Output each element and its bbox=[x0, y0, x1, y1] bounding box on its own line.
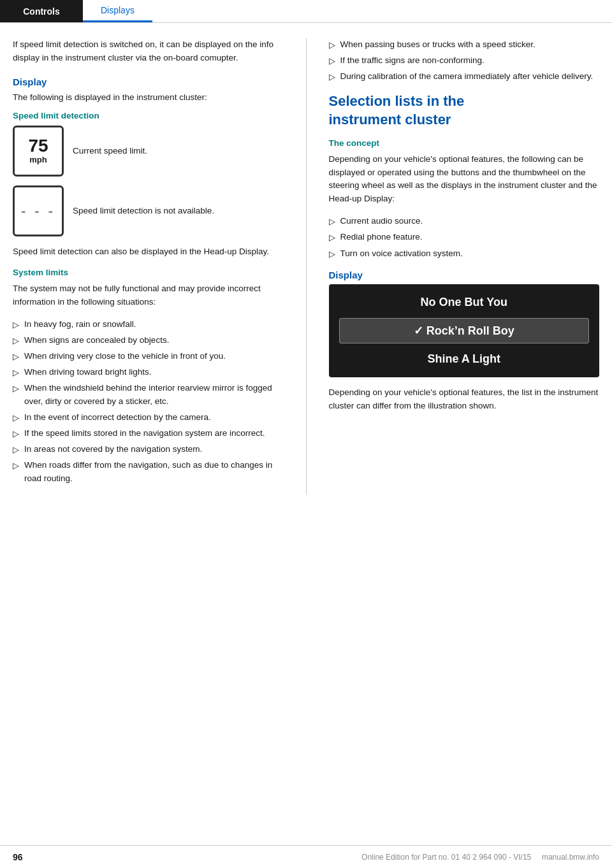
speed-hud-text: Speed limit detection can also be displa… bbox=[13, 245, 284, 259]
bullet-arrow-icon: ▷ bbox=[329, 55, 335, 68]
tab-displays[interactable]: Displays bbox=[83, 0, 152, 22]
list-item: ▷During calibration of the camera immedi… bbox=[329, 70, 600, 83]
speed-box-row-1: 75 mph Current speed limit. bbox=[13, 126, 284, 177]
bullet-arrow-icon: ▷ bbox=[13, 428, 19, 440]
large-section-line2: instrument cluster bbox=[329, 112, 451, 127]
list-item: ▷Turn on voice activation system. bbox=[329, 247, 600, 261]
list-item: ▷When the windshield behind the interior… bbox=[13, 382, 284, 409]
speed-box-75: 75 mph bbox=[13, 126, 64, 177]
speed-box2-desc: Speed limit detection is not available. bbox=[73, 205, 214, 217]
bullet-arrow-icon: ▷ bbox=[329, 215, 335, 228]
display-song-row: Shine A Light bbox=[339, 347, 590, 371]
footer: 96 Online Edition for Part no. 01 40 2 9… bbox=[0, 845, 612, 868]
list-item: ▷When driving very close to the vehicle … bbox=[13, 350, 284, 363]
bullet-arrow-icon: ▷ bbox=[13, 335, 19, 347]
bullet-arrow-icon: ▷ bbox=[329, 248, 335, 261]
bullets-right: ▷When passing buses or trucks with a spe… bbox=[329, 38, 600, 83]
concept-bullets: ▷Current audio source.▷Redial phone feat… bbox=[329, 215, 600, 260]
bullet-arrow-icon: ▷ bbox=[13, 382, 19, 395]
speed-box1-desc: Current speed limit. bbox=[73, 145, 147, 157]
display-song-row: No One But You bbox=[339, 291, 590, 314]
list-item: ▷When driving toward bright lights. bbox=[13, 366, 284, 379]
speed-unit: mph bbox=[29, 155, 47, 164]
vertical-divider bbox=[306, 38, 307, 495]
intro-text: If speed limit detection is switched on,… bbox=[13, 38, 284, 65]
tab-displays-label: Displays bbox=[101, 5, 135, 15]
list-item: ▷Current audio source. bbox=[329, 215, 600, 228]
system-limits-intro: The system may not be fully functional a… bbox=[13, 282, 284, 309]
footer-website: manual.bmw.info bbox=[542, 853, 599, 862]
large-section-heading: Selection lists in the instrument cluste… bbox=[329, 92, 600, 129]
speed-limit-heading: Speed limit detection bbox=[13, 111, 284, 120]
list-item: ▷Redial phone feature. bbox=[329, 231, 600, 244]
bullet-arrow-icon: ▷ bbox=[329, 39, 335, 52]
display-song-row: ✓ Rock’n Roll Boy bbox=[339, 318, 590, 344]
concept-heading: The concept bbox=[329, 138, 600, 148]
bullet-arrow-icon: ▷ bbox=[13, 459, 19, 472]
bullet-arrow-icon: ▷ bbox=[13, 444, 19, 456]
speed-box-dashes: - - - bbox=[13, 185, 64, 236]
bullet-arrow-icon: ▷ bbox=[329, 71, 335, 83]
concept-text: Depending on your vehicle's optional fea… bbox=[329, 153, 600, 206]
display-image: No One But You✓ Rock’n Roll BoyShine A L… bbox=[329, 284, 600, 377]
display-heading-right: Display bbox=[329, 270, 600, 280]
footer-text: Online Edition for Part no. 01 40 2 964 … bbox=[361, 853, 599, 862]
system-limits-heading: System limits bbox=[13, 268, 284, 277]
list-item: ▷In heavy fog, rain or snowfall. bbox=[13, 318, 284, 331]
list-item: ▷If the traffic signs are non-conforming… bbox=[329, 54, 600, 68]
list-item: ▷In areas not covered by the navigation … bbox=[13, 443, 284, 456]
left-column: If speed limit detection is switched on,… bbox=[13, 38, 284, 495]
footer-page-number: 96 bbox=[13, 852, 23, 862]
large-section-line1: Selection lists in the bbox=[329, 93, 465, 109]
bullet-arrow-icon: ▷ bbox=[329, 231, 335, 244]
bullet-arrow-icon: ▷ bbox=[13, 366, 19, 379]
list-item: ▷When passing buses or trucks with a spe… bbox=[329, 38, 600, 52]
bullet-arrow-icon: ▷ bbox=[13, 351, 19, 363]
list-item: ▷When signs are concealed by objects. bbox=[13, 334, 284, 347]
bullet-arrow-icon: ▷ bbox=[13, 412, 19, 424]
bullet-arrow-icon: ▷ bbox=[13, 319, 19, 331]
tab-controls[interactable]: Controls bbox=[0, 0, 83, 22]
right-column: ▷When passing buses or trucks with a spe… bbox=[329, 38, 600, 495]
speed-dashes: - - - bbox=[21, 203, 55, 219]
page-wrapper: Controls Displays If speed limit detecti… bbox=[0, 0, 612, 868]
speed-box-row-2: - - - Speed limit detection is not avail… bbox=[13, 185, 284, 236]
tab-spacer bbox=[152, 0, 612, 23]
list-item: ▷If the speed limits stored in the navig… bbox=[13, 427, 284, 440]
speed-number: 75 bbox=[28, 137, 48, 155]
list-item: ▷In the event of incorrect detection by … bbox=[13, 411, 284, 424]
tab-controls-label: Controls bbox=[23, 6, 60, 17]
display-subtext: The following is displayed in the instru… bbox=[13, 91, 284, 105]
display-heading-left: Display bbox=[13, 76, 284, 87]
content-area: If speed limit detection is switched on,… bbox=[0, 23, 612, 507]
footer-text-content: Online Edition for Part no. 01 40 2 964 … bbox=[361, 853, 531, 862]
display-caption: Depending on your vehicle's optional fea… bbox=[329, 386, 600, 413]
header-tabs: Controls Displays bbox=[0, 0, 612, 23]
list-item: ▷When roads differ from the navigation, … bbox=[13, 459, 284, 486]
bullets-left: ▷In heavy fog, rain or snowfall.▷When si… bbox=[13, 318, 284, 486]
